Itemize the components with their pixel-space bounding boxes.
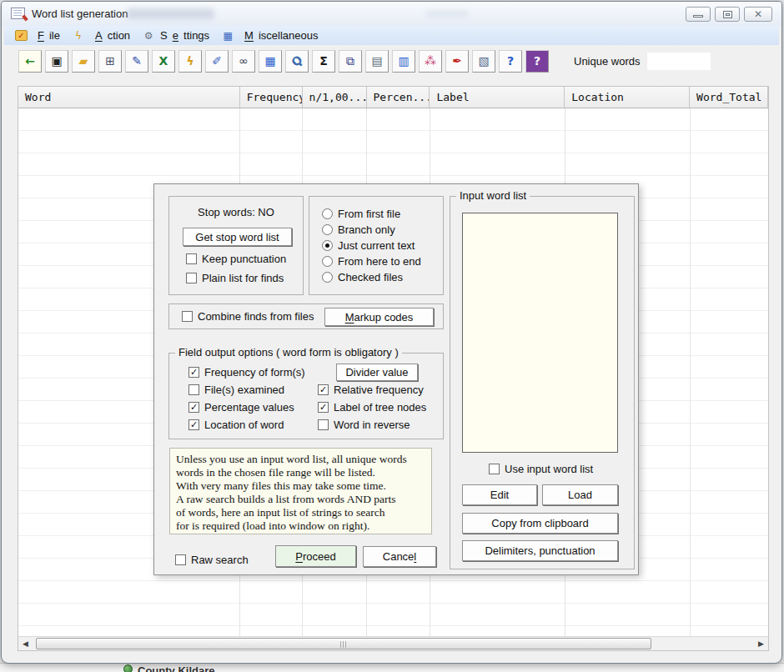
column-header-word-total[interactable]: Word_Total [690, 87, 768, 108]
radio-circle[interactable] [322, 208, 333, 219]
get-stop-word-list-button[interactable]: Get stop word list [183, 228, 292, 246]
radio-just-current-text[interactable]: Just current text [322, 239, 421, 252]
edit-button[interactable]: Edit [462, 484, 537, 505]
markup-codes-button[interactable]: Markup codes [324, 308, 434, 326]
stop-words-group: Stop words: NO Get stop word list Keep p… [168, 196, 304, 295]
column-header-label[interactable]: Label [430, 87, 565, 108]
scroll-left-button[interactable]: ◀ [18, 637, 33, 650]
checkbox-use-input-word-list[interactable]: Use input word list [489, 463, 593, 475]
toolbar-windows-copy-icon[interactable]: ⊞ [98, 50, 122, 73]
copy-from-clipboard-button[interactable]: Copy from clipboard [462, 513, 618, 534]
checkbox-label: Label of tree nodes [334, 401, 426, 414]
column-header-word[interactable]: Word [18, 87, 240, 108]
checkbox-label-of-tree-nodes[interactable]: ✓Label of tree nodes [318, 401, 426, 414]
frame-icon: ▣ [51, 55, 62, 67]
checkbox-box[interactable]: ✓ [188, 402, 199, 413]
checkbox-box[interactable]: ✓ [188, 367, 199, 378]
radio-from-first-file[interactable]: From first file [322, 208, 421, 220]
column-header-percen-[interactable]: Percen... [367, 87, 430, 108]
checkbox-label: Combine finds from files [198, 310, 314, 323]
minimize-button[interactable] [686, 7, 711, 22]
toolbar-list-doc-icon[interactable]: ▥ [392, 50, 415, 73]
field-output-left-checkboxes: ✓Frequency of form(s)File(s) examined✓Pe… [188, 366, 305, 431]
info-text-line: of words, here an input list of strings … [176, 506, 431, 519]
menu-action[interactable]: ϟAction [68, 28, 138, 43]
toolbar-exit-icon[interactable]: ← [18, 50, 42, 73]
checkbox-label: Frequency of form(s) [204, 366, 305, 379]
close-button[interactable]: ✕ [744, 7, 772, 22]
checkbox-word-in-reverse[interactable]: Word in reverse [318, 419, 426, 431]
toolbar-open-folder-icon[interactable]: ▰ [72, 50, 95, 73]
checkbox-raw-search[interactable]: Raw search [175, 554, 249, 566]
app-window: Word list generation ✕ ✓FileϟAction⚙Sett… [1, 1, 782, 664]
divider-value-button[interactable]: Divider value [336, 364, 418, 381]
toolbar-help-icon[interactable]: ? [499, 50, 522, 73]
input-word-list-textarea[interactable] [462, 213, 618, 453]
checkbox-box[interactable] [318, 419, 329, 430]
table-icon: ▦ [221, 30, 234, 42]
checkbox-plain-list-for-finds[interactable]: Plain list for finds [186, 272, 286, 284]
column-gridline [690, 108, 691, 636]
radio-circle[interactable] [322, 272, 333, 283]
toolbar-balloons-icon[interactable]: ⁂ [419, 50, 442, 73]
title-bar[interactable]: Word list generation ✕ [2, 2, 781, 26]
background-item-label: County Kildare [138, 664, 214, 672]
checkbox-files-examined[interactable]: File(s) examined [188, 384, 305, 396]
scrollbar-thumb[interactable] [36, 638, 651, 649]
checkbox-box[interactable] [182, 311, 193, 322]
scroll-right-button[interactable]: ▶ [754, 637, 768, 650]
column-header-location[interactable]: Location [565, 87, 690, 108]
toolbar-search-icon[interactable]: Ϙ [285, 50, 309, 73]
checkbox-box[interactable] [188, 384, 199, 395]
checkbox-box[interactable] [489, 464, 500, 474]
proceed-button[interactable]: Proceed [275, 545, 356, 567]
column-header-frequency[interactable]: Frequency [240, 87, 303, 108]
radio-circle[interactable] [322, 240, 333, 251]
toolbar-sigma-icon[interactable]: Σ [312, 50, 335, 73]
toolbar-lightning-icon[interactable]: ϟ [178, 50, 202, 73]
checkbox-keep-punctuation[interactable]: Keep punctuation [186, 253, 286, 265]
toolbar-save-edit-icon[interactable]: ✎ [125, 50, 148, 73]
cancel-button[interactable]: Cancel [363, 546, 436, 567]
checkbox-box[interactable]: ✓ [318, 402, 329, 413]
toolbar-spectacles-icon[interactable]: ∞ [232, 50, 255, 73]
toolbar-database-gear-icon[interactable]: ▤ [365, 50, 389, 73]
checkbox-relative-frequency[interactable]: ✓Relative frequency [318, 384, 426, 396]
radio-branch-only[interactable]: Branch only [322, 223, 421, 236]
checkbox-box[interactable] [186, 273, 197, 283]
help-icon: ? [507, 55, 514, 67]
toolbar-table-icon[interactable]: ▦ [259, 50, 282, 73]
toolbar-copy-icon[interactable]: ⧉ [339, 50, 362, 73]
checkbox-box[interactable]: ✓ [188, 419, 199, 430]
info-text-line: With very many files this may take some … [176, 479, 431, 493]
menu-file[interactable]: ✓File [12, 28, 68, 43]
toolbar-frame-icon[interactable]: ▣ [45, 50, 68, 73]
radio-from-here-to-end[interactable]: From here to end [322, 255, 421, 268]
checkbox-box[interactable]: ✓ [318, 384, 329, 395]
checkbox-combine-finds-from-files[interactable]: Combine finds from files [182, 310, 314, 323]
radio-circle[interactable] [322, 224, 333, 235]
delimiters-punctuation-button[interactable]: Delimiters, punctuation [462, 540, 618, 561]
checkbox-frequency-of-forms[interactable]: ✓Frequency of form(s) [188, 366, 305, 379]
radio-circle[interactable] [322, 256, 333, 267]
label-key: F [38, 29, 44, 42]
checkbox-percentage-values[interactable]: ✓Percentage values [188, 401, 305, 414]
horizontal-scrollbar[interactable]: ◀ ▶ [18, 636, 768, 650]
maximize-button[interactable] [715, 7, 740, 22]
toolbar-excel-icon[interactable]: X [152, 50, 175, 73]
exit-icon: ← [25, 55, 35, 67]
column-header-n-1-00-[interactable]: n/1,00... [303, 87, 367, 108]
toolbar-book-help-icon[interactable]: ? [525, 50, 549, 73]
toolbar-write-doc-icon[interactable]: ✐ [205, 50, 229, 73]
unique-words-field[interactable] [647, 53, 711, 70]
toolbar-red-pen-icon[interactable]: ✒ [445, 50, 469, 73]
radio-checked-files[interactable]: Checked files [322, 271, 421, 283]
load-button[interactable]: Load [542, 484, 618, 505]
checkbox-box[interactable] [175, 554, 186, 565]
checkbox-location-of-word[interactable]: ✓Location of word [188, 419, 305, 431]
toolbar-properties-icon[interactable]: ▧ [472, 50, 495, 73]
menu-miscellaneous[interactable]: ▦Miscellaneous [218, 28, 326, 43]
checkbox-box[interactable] [186, 253, 197, 264]
gear-icon: ⚙ [142, 30, 155, 42]
menu-settings[interactable]: ⚙Settings [138, 28, 218, 43]
